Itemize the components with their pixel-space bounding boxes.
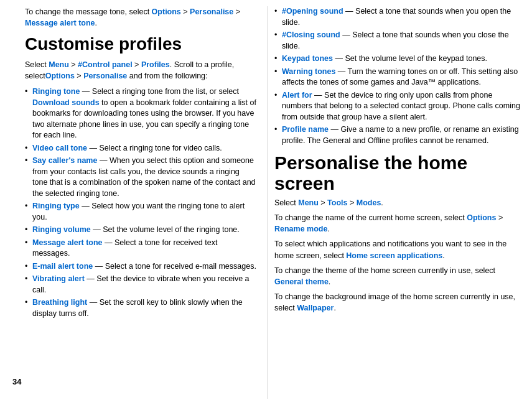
ringing-tone-link[interactable]: Ringing tone — [32, 87, 80, 96]
options-link[interactable]: Options — [152, 7, 181, 16]
general-theme-link[interactable]: General theme — [274, 277, 329, 286]
control-panel-link[interactable]: #Control panel — [78, 60, 133, 69]
page-container: To change the message tone, select Optio… — [0, 0, 532, 405]
list-item: #Closing sound — Select a tone that soun… — [274, 30, 521, 52]
home-screen-section: Personalise the home screen Select Menu … — [274, 152, 521, 314]
wallpaper-para: To change the background image of the ho… — [274, 291, 521, 314]
wallpaper-link[interactable]: Wallpaper — [297, 304, 334, 312]
right-bullet-list: #Opening sound — Select a tone that soun… — [274, 6, 521, 146]
list-item: Ringing volume — Set the volume level of… — [25, 225, 256, 236]
list-item: Ringing tone — Select a ringing tone fro… — [25, 86, 256, 141]
modes-link[interactable]: Modes — [357, 198, 381, 207]
personalise-link2[interactable]: Personalise — [83, 72, 127, 80]
list-item: Breathing light — Set the scroll key to … — [25, 297, 256, 319]
download-sounds-link[interactable]: Download sounds — [32, 98, 100, 107]
personalise-link[interactable]: Personalise — [190, 7, 233, 16]
section-intro: Select Menu > #Control panel > Profiles.… — [25, 59, 256, 81]
general-theme-para: To change the theme of the home screen c… — [274, 265, 521, 287]
list-item: E-mail alert tone — Select a tone for re… — [25, 261, 256, 272]
intro-paragraph: To change the message tone, select Optio… — [25, 6, 256, 29]
message-alert-tone-link2[interactable]: Message alert tone — [32, 238, 103, 247]
profile-name-link[interactable]: Profile name — [282, 125, 329, 134]
opening-sound-link[interactable]: #Opening sound — [282, 7, 343, 16]
tools-link[interactable]: Tools — [327, 198, 347, 207]
closing-sound-link[interactable]: #Closing sound — [282, 30, 340, 39]
page-number: 34 — [12, 377, 21, 386]
list-item: Say caller's name — When you select this… — [25, 156, 256, 199]
say-callers-name-link[interactable]: Say caller's name — [32, 156, 97, 165]
keypad-tones-link[interactable]: Keypad tones — [282, 54, 333, 63]
video-call-tone-link[interactable]: Video call tone — [32, 144, 87, 152]
customise-profiles-title: Customise profiles — [25, 35, 256, 54]
options-link3[interactable]: Options — [467, 213, 496, 222]
ringing-type-link[interactable]: Ringing type — [32, 202, 80, 210]
rename-mode-link[interactable]: Rename mode — [274, 225, 327, 233]
left-bullet-list: Ringing tone — Select a ringing tone fro… — [25, 86, 256, 319]
options-link2[interactable]: Options — [45, 72, 75, 80]
vibrating-alert-link[interactable]: Vibrating alert — [32, 274, 85, 283]
home-screen-intro: Select Menu > Tools > Modes. — [274, 197, 521, 208]
alert-for-link[interactable]: Alert for — [282, 91, 312, 100]
home-screen-title: Personalise the home screen — [274, 152, 521, 193]
list-item: Alert for — Set the device to ring only … — [274, 90, 521, 123]
list-item: Profile name — Give a name to a new prof… — [274, 124, 521, 146]
message-alert-tone-link[interactable]: Message alert tone — [25, 19, 95, 27]
right-column: #Opening sound — Select a tone that soun… — [268, 6, 532, 399]
list-item: Message alert tone — Select a tone for r… — [25, 238, 256, 259]
list-item: Vibrating alert — Set the device to vibr… — [25, 274, 256, 296]
list-item: #Opening sound — Select a tone that soun… — [274, 6, 521, 28]
left-column: To change the message tone, select Optio… — [0, 6, 268, 399]
ringing-volume-link[interactable]: Ringing volume — [32, 225, 91, 234]
list-item: Keypad tones — Set the volume level of t… — [274, 54, 521, 65]
breathing-light-link[interactable]: Breathing light — [32, 298, 87, 307]
profiles-link[interactable]: Profiles — [141, 60, 170, 69]
email-alert-tone-link[interactable]: E-mail alert tone — [32, 262, 93, 271]
list-item: Warning tones — Turn the warning tones o… — [274, 67, 521, 88]
list-item: Ringing type — Select how you want the r… — [25, 201, 256, 223]
home-screen-apps-para: To select which applications and notific… — [274, 238, 521, 261]
menu-link[interactable]: Menu — [49, 60, 69, 69]
rename-mode-para: To change the name of the current home s… — [274, 212, 521, 235]
menu-link2[interactable]: Menu — [298, 198, 319, 207]
home-screen-apps-link[interactable]: Home screen applications — [346, 251, 442, 260]
list-item: Video call tone — Select a ringing tone … — [25, 143, 256, 154]
warning-tones-link[interactable]: Warning tones — [282, 67, 335, 76]
